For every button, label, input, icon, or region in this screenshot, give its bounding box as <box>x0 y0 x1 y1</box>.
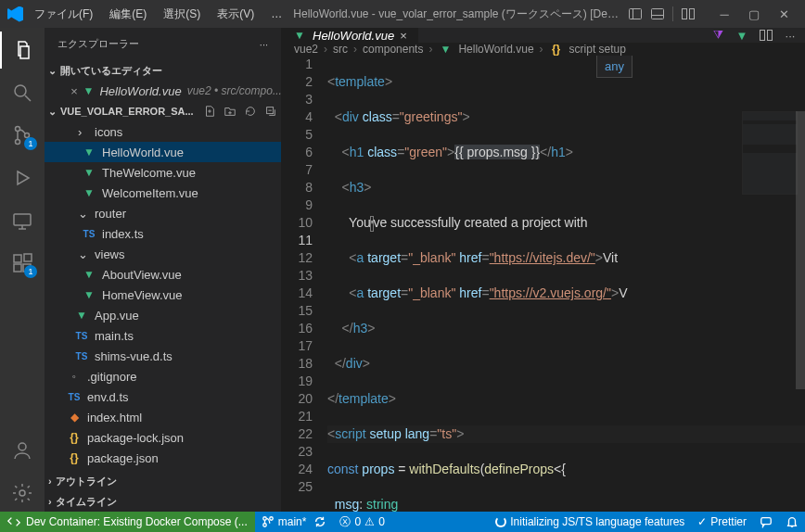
remote-icon <box>7 515 20 528</box>
svg-point-9 <box>16 140 20 145</box>
activity-account-icon[interactable] <box>0 432 45 469</box>
tab-bar: ▼ HelloWorld.vue × ⧩ ▼ ··· <box>281 28 805 43</box>
activity-scm-icon[interactable]: 1 <box>0 117 45 154</box>
vite-icon[interactable]: ⧩ <box>710 28 725 43</box>
vscode-logo-icon <box>7 6 23 22</box>
file-gitignore[interactable]: ◦.gitignore <box>45 366 281 386</box>
svg-rect-23 <box>760 31 765 41</box>
toggle-sidebar-icon[interactable] <box>628 6 643 21</box>
svg-point-19 <box>19 443 26 450</box>
split-icon[interactable] <box>759 28 773 43</box>
minimap[interactable] <box>742 111 798 195</box>
close-editor-icon[interactable]: × <box>70 84 78 98</box>
menu-file[interactable]: ファイル(F) <box>29 3 98 26</box>
section-timeline[interactable]: ›タイムライン <box>45 491 281 512</box>
file-homeview[interactable]: ▼HomeView.vue <box>45 285 281 305</box>
menu-more[interactable]: … <box>265 4 288 24</box>
sidebar: エクスプローラー ··· ⌄開いているエディター × ▼ HelloWorld.… <box>45 28 281 512</box>
activity-search-icon[interactable] <box>0 74 45 111</box>
tab-helloworld[interactable]: ▼ HelloWorld.vue × <box>281 28 419 43</box>
section-outline[interactable]: ›アウトライン <box>45 471 281 491</box>
svg-point-8 <box>16 127 20 132</box>
section-open-editors[interactable]: ⌄開いているエディター <box>45 60 281 81</box>
svg-rect-18 <box>24 254 32 261</box>
svg-line-7 <box>25 95 31 101</box>
svg-point-25 <box>263 517 267 521</box>
maximize-icon[interactable]: ▢ <box>740 7 768 21</box>
sidebar-title: エクスプローラー <box>58 37 139 51</box>
ts-file-icon: TS <box>67 392 82 402</box>
svg-rect-4 <box>683 9 687 19</box>
vue-file-icon: ▼ <box>82 268 96 281</box>
title-bar: ファイル(F) 編集(E) 選択(S) 表示(V) … HelloWorld.v… <box>0 0 805 28</box>
split-editor-icon[interactable] <box>681 6 696 21</box>
new-file-icon[interactable] <box>203 105 216 118</box>
file-pkg[interactable]: {}package.json <box>45 448 281 468</box>
vue-file-icon: ▼ <box>83 84 95 97</box>
new-folder-icon[interactable] <box>224 105 236 118</box>
vue-file-icon: ▼ <box>82 288 96 301</box>
file-main-ts[interactable]: TSmain.ts <box>45 325 281 346</box>
vertical-scrollbar[interactable] <box>796 111 805 532</box>
json-file-icon: {} <box>67 451 82 464</box>
ts-file-icon: TS <box>74 351 89 361</box>
ext-badge: 1 <box>24 265 37 278</box>
refresh-icon[interactable] <box>244 105 257 118</box>
menu-view[interactable]: 表示(V) <box>211 3 260 26</box>
toggle-panel-icon[interactable] <box>650 6 665 21</box>
activity-extensions-icon[interactable]: 1 <box>0 245 45 282</box>
activity-remote-icon[interactable] <box>0 202 45 239</box>
file-envdts[interactable]: TSenv.d.ts <box>45 386 281 407</box>
svg-point-6 <box>15 85 26 96</box>
file-shims[interactable]: TSshims-vue.d.ts <box>45 346 281 366</box>
menu-edit[interactable]: 編集(E) <box>104 3 152 26</box>
file-pkglock[interactable]: {}package-lock.json <box>45 427 281 448</box>
svg-marker-11 <box>18 171 29 184</box>
minimize-icon[interactable]: ─ <box>710 7 738 21</box>
window-title: HelloWorld.vue - vue_volar_error_sample … <box>293 6 622 22</box>
file-app[interactable]: ▼App.vue <box>45 305 281 325</box>
vue-file-icon: ▼ <box>82 146 96 158</box>
file-aboutview[interactable]: ▼AboutView.vue <box>45 264 281 285</box>
activity-debug-icon[interactable] <box>0 159 45 196</box>
svg-rect-24 <box>768 31 773 41</box>
activity-explorer-icon[interactable] <box>0 32 45 69</box>
editor-group: ▼ HelloWorld.vue × ⧩ ▼ ··· vue2› src› co… <box>281 28 805 512</box>
file-indexhtml[interactable]: ◆index.html <box>45 407 281 427</box>
ts-file-icon: TS <box>82 229 96 239</box>
volar-icon[interactable]: ▼ <box>735 28 749 43</box>
code-content[interactable]: <template> <div class="greetings"> <h1 c… <box>327 56 805 532</box>
vue-file-icon: ▼ <box>82 166 96 179</box>
vue-file-icon: ▼ <box>292 29 307 42</box>
close-icon[interactable]: ✕ <box>770 7 798 21</box>
ts-file-icon: TS <box>74 331 89 341</box>
branch-icon <box>262 515 275 528</box>
folder-router[interactable]: ⌄router <box>45 203 281 223</box>
menu-select[interactable]: 選択(S) <box>158 3 206 26</box>
code-editor[interactable]: 1234567891011121314151617181920212223242… <box>281 56 805 532</box>
line-numbers: 1234567891011121314151617181920212223242… <box>281 56 327 532</box>
vue-file-icon: ▼ <box>82 186 96 199</box>
folder-icons[interactable]: ›icons <box>45 121 281 142</box>
file-thewelcome[interactable]: ▼TheWelcome.vue <box>45 162 281 183</box>
status-remote[interactable]: Dev Container: Existing Docker Compose (… <box>0 512 255 532</box>
hover-tooltip: any <box>596 56 632 78</box>
svg-point-26 <box>263 524 267 527</box>
file-index-ts[interactable]: TSindex.ts <box>45 223 281 244</box>
file-hello[interactable]: ▼HelloWorld.vue <box>45 142 281 162</box>
tab-more-icon[interactable]: ··· <box>783 28 798 43</box>
activity-settings-icon[interactable] <box>0 475 45 512</box>
svg-rect-12 <box>14 214 31 225</box>
collapse-all-icon[interactable] <box>264 105 277 118</box>
breadcrumb[interactable]: vue2› src› components› ▼HelloWorld.vue› … <box>281 43 805 56</box>
file-welcomeitem[interactable]: ▼WelcomeItem.vue <box>45 183 281 203</box>
svg-point-20 <box>19 490 25 496</box>
tab-close-icon[interactable]: × <box>400 29 407 43</box>
sidebar-more-icon[interactable]: ··· <box>260 39 268 50</box>
section-workspace[interactable]: ⌄VUE_VOLAR_ERROR_SA... <box>45 101 281 121</box>
html-file-icon: ◆ <box>67 411 82 424</box>
vue-file-icon: ▼ <box>74 309 89 322</box>
open-editor-item[interactable]: × ▼ HelloWorld.vue vue2 • src/compo... <box>45 81 281 101</box>
folder-views[interactable]: ⌄views <box>45 244 281 264</box>
svg-rect-15 <box>14 255 21 262</box>
